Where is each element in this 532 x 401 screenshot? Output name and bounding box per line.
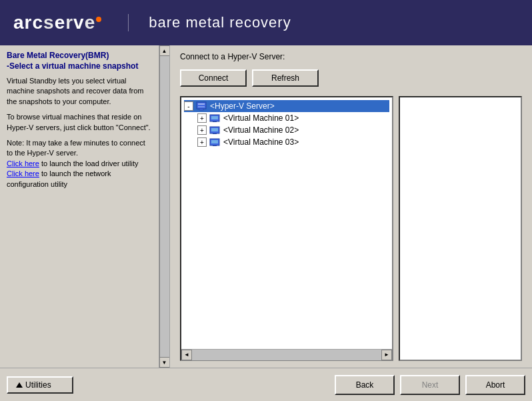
svg-rect-8: [211, 128, 218, 131]
connect-button[interactable]: Connect: [180, 69, 247, 87]
scroll-track[interactable]: [159, 56, 170, 357]
footer: Utilities Back Next Abort: [0, 368, 532, 401]
main-content: Bare Metal Recovery(BMR) -Select a virtu…: [0, 45, 532, 368]
scroll-up-arrow[interactable]: ▲: [159, 45, 170, 56]
logo: arcserve: [13, 12, 101, 33]
logo-circle: [96, 17, 101, 22]
abort-button[interactable]: Abort: [465, 375, 525, 395]
action-buttons: Connect Refresh: [180, 69, 522, 87]
scroll-left-arrow[interactable]: ◄: [181, 350, 192, 360]
refresh-button[interactable]: Refresh: [252, 69, 319, 87]
vm-icon-3: [209, 137, 220, 147]
tree-horizontal-scrollbar: ◄ ►: [181, 349, 392, 360]
tree-container: - <Hyper-V Server>: [180, 96, 393, 361]
panel-paragraph1: Virtual Standby lets you select virtual …: [7, 76, 152, 107]
footer-left: Utilities: [7, 376, 73, 394]
tree-item-2[interactable]: + <Virtual Machine 03>: [197, 136, 389, 148]
svg-rect-6: [213, 121, 217, 122]
vm-icon-1: [209, 113, 220, 123]
panel-note: Note: It may take a few minutes to conne…: [7, 138, 152, 189]
tree-expand-vm3[interactable]: +: [197, 137, 207, 147]
right-panel: Connect to a Hyper-V Server: Connect Ref…: [170, 45, 532, 368]
svg-rect-11: [211, 140, 218, 143]
left-panel: Bare Metal Recovery(BMR) -Select a virtu…: [0, 45, 170, 368]
scroll-down-arrow[interactable]: ▼: [159, 357, 170, 368]
svg-rect-1: [198, 103, 205, 105]
tree-item-0[interactable]: + <Virtual Machine 01>: [197, 112, 389, 124]
server-icon: [196, 101, 207, 111]
tree-collapse-root[interactable]: -: [184, 101, 193, 111]
utilities-arrow-icon: [16, 382, 23, 388]
connect-label: Connect to a Hyper-V Server:: [180, 52, 522, 61]
tree-root-item[interactable]: - <Hyper-V Server>: [184, 100, 389, 112]
next-button[interactable]: Next: [400, 375, 460, 395]
svg-rect-12: [213, 145, 217, 146]
left-panel-scrollbar: ▲ ▼: [159, 45, 169, 368]
tree-item-label-0: <Virtual Machine 01>: [223, 113, 299, 123]
tree-detail-container: - <Hyper-V Server>: [180, 96, 522, 361]
tree-item-1[interactable]: + <Virtual Machine 02>: [197, 124, 389, 136]
panel-title: Bare Metal Recovery(BMR): [7, 51, 152, 60]
tree-item-label-1: <Virtual Machine 02>: [223, 125, 299, 135]
panel-subtitle: -Select a virtual machine snapshot: [7, 61, 152, 71]
svg-rect-2: [198, 106, 205, 107]
tree-expand-vm1[interactable]: +: [197, 113, 207, 123]
svg-rect-5: [211, 116, 218, 119]
app-title: bare metal recovery: [128, 14, 291, 31]
network-config-link[interactable]: Click here: [7, 169, 39, 177]
utilities-label: Utilities: [25, 380, 51, 390]
svg-rect-0: [197, 102, 206, 109]
header: arcserve bare metal recovery: [0, 0, 532, 45]
back-button[interactable]: Back: [335, 375, 395, 395]
panel-paragraph2: To browse virtual machines that reside o…: [7, 112, 152, 133]
load-driver-link[interactable]: Click here: [7, 159, 39, 167]
vm-icon-2: [209, 125, 220, 135]
tree-item-label-2: <Virtual Machine 03>: [223, 137, 299, 147]
svg-rect-9: [213, 133, 217, 134]
detail-panel: [399, 96, 522, 361]
scroll-h-track[interactable]: [192, 350, 381, 360]
tree-root-label: <Hyper-V Server>: [210, 101, 275, 111]
logo-text: arcserve: [13, 12, 101, 33]
app-container: arcserve bare metal recovery Bare Metal …: [0, 0, 532, 401]
utilities-button[interactable]: Utilities: [7, 376, 73, 394]
footer-right: Back Next Abort: [335, 375, 525, 395]
svg-rect-3: [199, 109, 203, 110]
tree-expand-vm2[interactable]: +: [197, 125, 207, 135]
scroll-right-arrow[interactable]: ►: [381, 350, 392, 360]
tree-children: + <Virtual Machine 01>: [184, 112, 389, 148]
tree-scroll-area[interactable]: - <Hyper-V Server>: [181, 97, 392, 349]
